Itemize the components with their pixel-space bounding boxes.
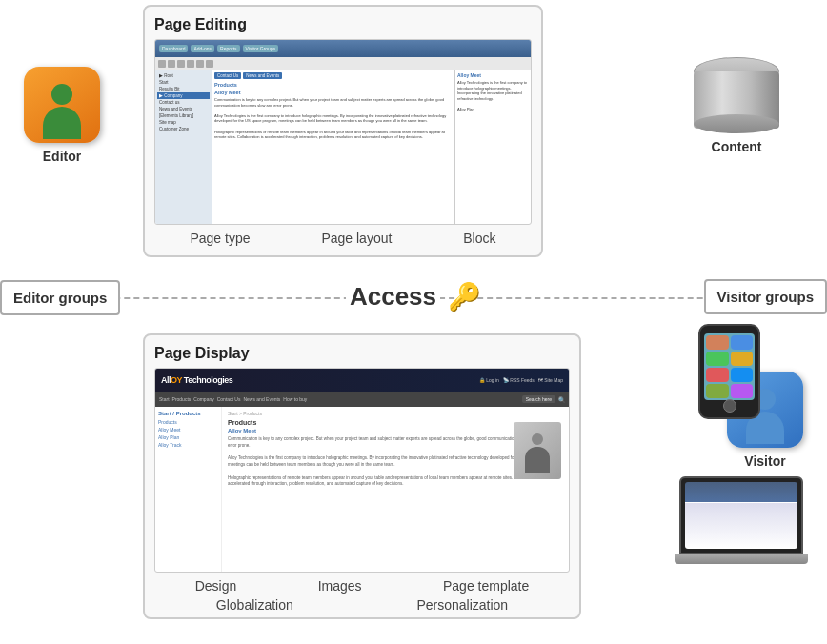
cms-screenshot: Dashboard Add-ons Reports Visitor Groups… xyxy=(154,39,532,225)
site-left-panel: Start / Products Products Alloy Meet All… xyxy=(155,407,222,573)
cms-tree-contact: Contact us xyxy=(157,99,210,106)
cms-toolbar-icon-6 xyxy=(206,60,213,68)
cms-nav-contact[interactable]: Contact Us xyxy=(214,72,241,79)
page-type-label: Page type xyxy=(190,231,250,246)
editor-icon xyxy=(24,67,100,143)
cylinder-bottom xyxy=(694,114,779,133)
laptop-group xyxy=(679,476,813,564)
laptop-screen-frame xyxy=(679,476,803,554)
access-label: Access xyxy=(346,282,440,312)
page-editing-box: Page Editing Dashboard Add-ons Reports V… xyxy=(143,5,543,257)
cms-toolbar-icon-1 xyxy=(158,60,166,68)
site-search-icon: 🔍 xyxy=(558,396,565,403)
cms-toolbar-icon-2 xyxy=(168,60,175,68)
phone-group xyxy=(698,324,775,419)
display-labels-row-2: Globalization Personalization xyxy=(154,597,570,613)
phone-app-6 xyxy=(731,368,754,382)
phone-app-3 xyxy=(706,352,729,366)
design-label: Design xyxy=(195,578,237,594)
content-group: Content xyxy=(694,57,779,154)
site-logo: AllOY Technologies xyxy=(161,375,232,385)
page-display-box: Page Display AllOY Technologies 🔒 Log in… xyxy=(143,333,581,619)
display-labels: Design Images Page template Globalizatio… xyxy=(154,578,570,613)
site-nav-products: Products xyxy=(172,396,192,402)
site-search-box[interactable]: Search here xyxy=(522,395,555,403)
site-logo-highlight: OY xyxy=(171,375,182,385)
site-body: Start / Products Products Alloy Meet All… xyxy=(155,407,569,573)
cms-sidebar: ▶ Root Start Results Bit ▶ Company Conta… xyxy=(155,70,212,224)
site-alloyplan-link[interactable]: Alloy Plan xyxy=(158,434,218,440)
cms-alloy-meet: Alloy Meet xyxy=(214,90,453,95)
site-person-body xyxy=(525,447,550,473)
display-labels-row-1: Design Images Page template xyxy=(154,578,570,594)
site-alloytrack-link[interactable]: Alloy Track xyxy=(158,442,218,448)
phone-app-5 xyxy=(706,368,729,382)
phone-app-8 xyxy=(731,384,754,398)
globalization-label: Globalization xyxy=(216,597,293,613)
cms-tree-company[interactable]: ▶ Company xyxy=(157,92,210,99)
content-label: Content xyxy=(712,139,762,154)
site-breadcrumb: Start > Products xyxy=(228,411,563,416)
phone-app-2 xyxy=(731,335,754,350)
editor-head xyxy=(51,84,72,105)
cms-topbar: Dashboard Add-ons Reports Visitor Groups xyxy=(155,40,531,57)
key-icon: 🔑 xyxy=(448,281,481,312)
site-rss-icon: 📡 RSS Feeds xyxy=(503,377,535,383)
site-products-link[interactable]: Products xyxy=(158,419,218,425)
cms-content-nav: Contact Us News and Events xyxy=(214,72,453,79)
site-alloymeet-link[interactable]: Alloy Meet xyxy=(158,427,218,433)
editing-labels: Page type Page layout Block xyxy=(154,231,532,246)
block-label: Block xyxy=(463,231,495,246)
laptop-base xyxy=(675,554,808,564)
cms-tree-sitemap: Site map xyxy=(157,119,210,126)
cms-right-text: Alloy Technologies is the first company … xyxy=(457,80,529,112)
main-diagram: Editor groups Visitor groups Access 🔑 Ed… xyxy=(0,0,827,644)
site-map-icon: 🗺 Site Map xyxy=(538,377,563,383)
access-container: Access 🔑 xyxy=(0,281,827,312)
cms-content-title: Products xyxy=(214,82,453,88)
site-person-head xyxy=(532,433,543,445)
cms-tree-root: ▶ Root xyxy=(157,72,210,79)
cms-tree-customer: Customer Zone xyxy=(157,126,210,132)
cms-content-text: Communication is key to any complex proj… xyxy=(214,97,453,140)
page-layout-label: Page layout xyxy=(321,231,392,246)
site-nav-icons: 🔒 Log in 📡 RSS Feeds 🗺 Site Map xyxy=(479,377,563,383)
cms-nav-news[interactable]: News and Events xyxy=(243,72,282,79)
visitor-label: Visitor xyxy=(744,453,785,469)
images-label: Images xyxy=(318,578,362,594)
site-nav-company: Company xyxy=(193,396,213,402)
cms-toolbar-icon-5 xyxy=(196,60,204,68)
cms-reports-btn[interactable]: Reports xyxy=(217,45,240,52)
cms-toolbar-icon-3 xyxy=(177,60,185,68)
phone-app-4 xyxy=(731,352,754,366)
cms-body: ▶ Root Start Results Bit ▶ Company Conta… xyxy=(155,70,531,224)
phone-app-1 xyxy=(706,335,729,350)
cms-visitorgroups-btn[interactable]: Visitor Groups xyxy=(243,45,279,52)
cms-edit-btn[interactable]: Dashboard xyxy=(159,45,188,52)
site-nav-start: Start xyxy=(159,396,170,402)
site-product-person-img xyxy=(514,422,561,479)
personalization-label: Personalization xyxy=(416,597,508,613)
site-header: AllOY Technologies 🔒 Log in 📡 RSS Feeds … xyxy=(155,369,569,392)
site-person-figure xyxy=(523,433,552,479)
page-display-title: Page Display xyxy=(154,345,570,362)
laptop-screen xyxy=(685,482,797,549)
site-product-image xyxy=(514,422,561,479)
cms-right-panel: Alloy Meet Alloy Technologies is the fir… xyxy=(454,70,531,224)
page-template-label: Page template xyxy=(443,578,529,594)
site-left-title: Start / Products xyxy=(158,411,218,416)
phone-icon xyxy=(698,324,760,419)
cms-tree-results: Results Bit xyxy=(157,86,210,92)
phone-app-7 xyxy=(706,384,729,398)
editor-person-figure xyxy=(37,84,87,143)
cms-tree-elements: [Elements Library] xyxy=(157,112,210,119)
site-nav-bar: Start Products Company Contact Us News a… xyxy=(155,392,569,407)
cms-tree-start: Start xyxy=(157,79,210,86)
cms-addons-btn[interactable]: Add-ons xyxy=(191,45,214,52)
site-nav-contact: Contact Us xyxy=(217,396,241,402)
site-nav-news: News and Events xyxy=(243,396,280,402)
page-editing-title: Page Editing xyxy=(154,16,532,33)
cms-toolbar-icon-4 xyxy=(187,60,194,68)
site-login-icon: 🔒 Log in xyxy=(479,377,499,383)
phone-home-button xyxy=(723,399,736,413)
